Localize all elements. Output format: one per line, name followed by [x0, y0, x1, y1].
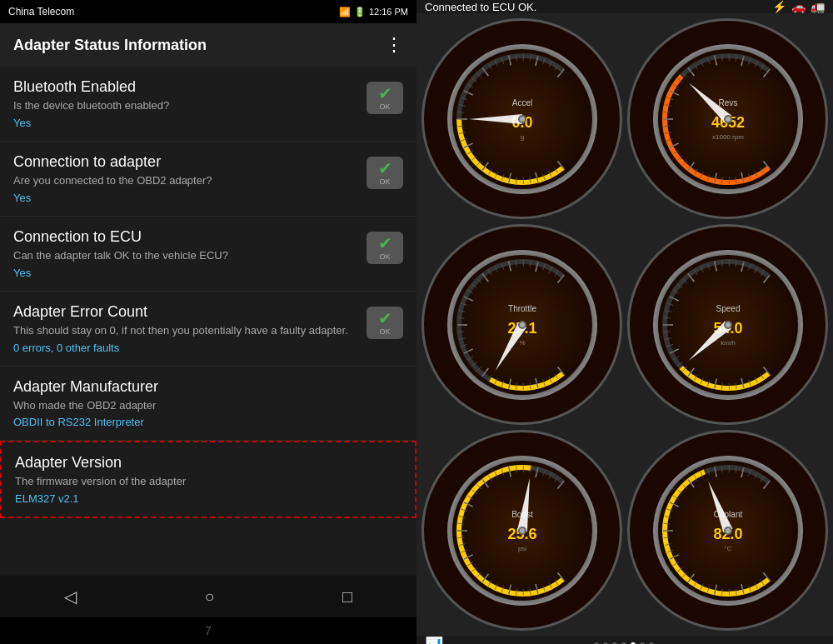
item-desc-1: Are you connected to the OBD2 adapter?	[13, 174, 358, 188]
status-list: Bluetooth EnabledIs the device bluetooth…	[0, 67, 416, 576]
home-button[interactable]: ○	[204, 587, 214, 607]
right-status-bar: Connected to ECU OK. ⚡ 🚗 🚛	[416, 0, 833, 13]
item-title-3: Adapter Error Count	[13, 303, 358, 321]
item-value-1: Yes	[13, 192, 358, 204]
menu-button[interactable]: ⋮	[385, 34, 403, 56]
svg-point-299	[520, 528, 525, 533]
item-value-3: 0 errors, 0 other faults	[13, 342, 358, 354]
status-time: 📶 🔋 12:16 PM	[339, 7, 408, 17]
page-number-left: 7	[0, 617, 416, 644]
ok-badge-1: ✔OK	[367, 157, 403, 189]
item-title-0: Bluetooth Enabled	[13, 78, 358, 96]
item-content-3: Adapter Error CountThis should stay on 0…	[13, 303, 358, 354]
svg-point-179	[520, 322, 525, 327]
item-desc-0: Is the device bluetooth enabled?	[13, 99, 358, 113]
item-value-4: OBDII to RS232 Interpreter	[13, 416, 403, 428]
ok-badge-0: ✔OK	[367, 82, 403, 114]
check-icon: ✔	[378, 85, 392, 102]
chart-icon: 📊	[425, 636, 443, 644]
carrier-text: China Telecom	[8, 6, 74, 17]
gauge-coolant: Coolant 82.0 °C	[627, 430, 828, 631]
recent-button[interactable]: □	[342, 587, 352, 607]
gauge-revs: Revs 4652 x1000 rpm	[627, 18, 828, 219]
item-title-4: Adapter Manufacturer	[13, 378, 403, 396]
item-content-0: Bluetooth EnabledIs the device bluetooth…	[13, 78, 358, 129]
svg-text:x1000 rpm: x1000 rpm	[712, 133, 744, 141]
svg-text:Accel: Accel	[511, 98, 531, 107]
gauge-speed: Speed 54.0 km/h	[627, 224, 828, 425]
svg-text:g: g	[520, 133, 523, 141]
item-content-1: Connection to adapterAre you connected t…	[13, 153, 358, 204]
svg-text:°C: °C	[724, 545, 731, 552]
gauges-grid: Accel 0.0 g	[416, 13, 833, 636]
time-text: 12:16 PM	[369, 7, 408, 17]
check-icon: ✔	[378, 310, 392, 327]
item-desc-2: Can the adapter talk OK to the vehicle E…	[13, 249, 358, 263]
list-item-undefined: Connection to ECUCan the adapter talk OK…	[0, 217, 416, 292]
right-panel: Connected to ECU OK. ⚡ 🚗 🚛	[416, 0, 833, 644]
item-content-2: Connection to ECUCan the adapter talk OK…	[13, 228, 358, 279]
item-value-5: ELM327 v2.1	[15, 492, 402, 505]
left-panel: China Telecom 📶 🔋 12:16 PM Adapter Statu…	[0, 0, 416, 644]
svg-text:Throttle: Throttle	[508, 304, 536, 313]
item-title-5: Adapter Version	[15, 454, 402, 472]
list-item-undefined: Adapter ManufacturerWho made the OBD2 ad…	[0, 367, 416, 442]
svg-text:psi: psi	[517, 545, 526, 552]
check-icon: ✔	[378, 160, 392, 177]
car-icon: 🚗	[791, 0, 806, 13]
bluetooth-icon: ⚡	[772, 0, 786, 13]
item-value-0: Yes	[13, 117, 358, 129]
app-bar: Adapter Status Information ⋮	[0, 23, 416, 67]
list-item-undefined: Adapter VersionThe firmware version of t…	[0, 441, 416, 518]
svg-point-239	[726, 322, 731, 327]
svg-text:km/h: km/h	[721, 339, 735, 347]
list-item-undefined: Bluetooth EnabledIs the device bluetooth…	[0, 67, 416, 142]
app-title: Adapter Status Information	[13, 37, 207, 54]
ok-badge-2: ✔OK	[367, 232, 403, 264]
svg-text:%: %	[519, 339, 525, 347]
battery-icon: 🔋	[354, 7, 366, 17]
right-status-icons: ⚡ 🚗 🚛	[772, 0, 825, 13]
truck-icon: 🚛	[811, 0, 825, 13]
gauge-throttle: Throttle 27.1 %	[421, 224, 622, 425]
item-desc-4: Who made the OBD2 adapter	[13, 399, 403, 413]
svg-text:Revs: Revs	[718, 98, 737, 107]
gauge-accel: Accel 0.0 g	[421, 18, 622, 219]
gauge-boost: Boost 25.6 psi	[421, 430, 622, 631]
svg-text:Speed: Speed	[716, 304, 740, 313]
item-content-5: Adapter VersionThe firmware version of t…	[15, 454, 402, 505]
item-content-4: Adapter ManufacturerWho made the OBD2 ad…	[13, 378, 403, 429]
item-desc-5: The firmware version of the adapter	[15, 475, 402, 489]
item-value-2: Yes	[13, 267, 358, 279]
list-item-undefined: Adapter Error CountThis should stay on 0…	[0, 292, 416, 367]
item-desc-3: This should stay on 0, if not then you p…	[13, 324, 358, 338]
nav-bar: ◁ ○ □	[0, 576, 416, 617]
item-title-1: Connection to adapter	[13, 153, 358, 171]
list-item-undefined: Connection to adapterAre you connected t…	[0, 142, 416, 217]
bottom-bar: 📊	[416, 636, 833, 644]
status-bar: China Telecom 📶 🔋 12:16 PM	[0, 0, 416, 23]
back-button[interactable]: ◁	[64, 587, 77, 607]
ecu-status-text: Connected to ECU OK.	[425, 1, 536, 13]
svg-point-59	[520, 117, 525, 122]
svg-point-119	[726, 117, 731, 122]
signal-icon: 📶	[339, 7, 351, 17]
item-title-2: Connection to ECU	[13, 228, 358, 246]
ok-badge-3: ✔OK	[367, 307, 403, 339]
svg-point-359	[726, 528, 731, 533]
check-icon: ✔	[378, 235, 392, 252]
